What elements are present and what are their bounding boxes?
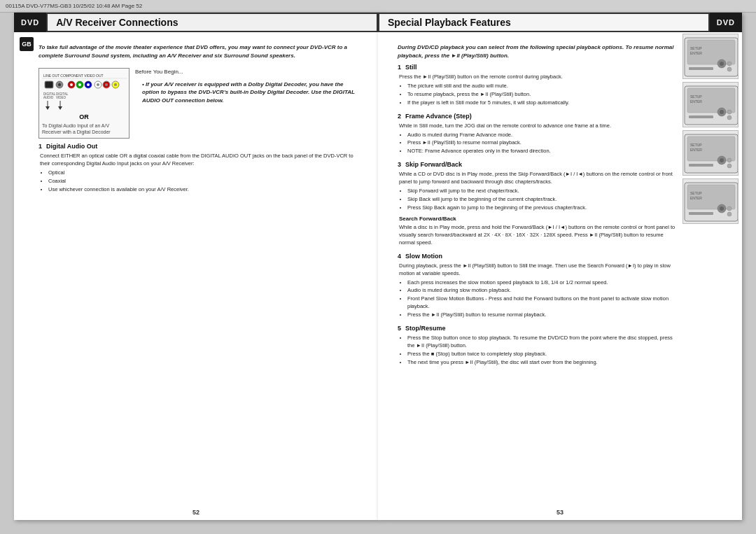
right-section-1-bullets: The picture will still and the audio wil… [399, 83, 676, 107]
svg-point-15 [105, 83, 108, 86]
device-svg-4: SETUP ENTER [683, 179, 738, 224]
s4b2: Audio is muted during slow motion playba… [407, 287, 676, 295]
right-intro: During DVD/CD playback you can select fr… [398, 43, 676, 59]
svg-point-49 [727, 158, 732, 162]
svg-rect-3 [46, 82, 52, 87]
svg-text:SETUP: SETUP [690, 143, 702, 147]
bullet-note: • If your A/V receiver is equipped with … [135, 80, 357, 105]
svg-point-32 [727, 67, 732, 71]
right-section-2-body: While in Still mode, turn the JOG dial o… [399, 122, 676, 156]
right-dvd-badge: DVD [710, 13, 742, 32]
section-1: 1 Digital Audio Out Connect EITHER an op… [38, 143, 357, 193]
right-section-1-number: 1 [398, 64, 401, 71]
before-text: Before You Begin... [135, 68, 357, 76]
device-image-4: SETUP ENTER [682, 178, 738, 224]
s3b1: Skip Forward will jump to the next chapt… [407, 188, 676, 195]
s2b3: NOTE: Frame Advance operates only in the… [407, 148, 676, 155]
right-section-5-bullets: Press the Stop button once to stop playb… [399, 335, 676, 367]
left-page-number: 52 [192, 509, 200, 516]
right-section-1: 1 Still Press the ►II (Play/Still) butto… [398, 64, 676, 107]
section-1-number: 1 [38, 143, 42, 150]
right-section-2-title: Frame Advance (Step) [405, 113, 472, 120]
left-gb-badge: GB [20, 37, 34, 51]
diagram-box: LINE OUT COMPONENT VIDEO OUT [38, 68, 130, 139]
svg-point-50 [727, 164, 732, 168]
svg-point-58 [727, 206, 732, 211]
bullet-whichever: Use whichever connection is available on… [48, 186, 357, 194]
intro-text: To take full advantage of the movie thea… [38, 43, 357, 59]
right-title-bar: Special Playback Features DVD [378, 13, 742, 32]
svg-point-5 [58, 83, 61, 86]
top-bar-text: 00115A DVD-V77MS-GB3 10/25/02 10:48 AM P… [6, 3, 142, 9]
device-image-2: SETUP ENTER [682, 82, 738, 127]
right-section-1-header: 1 Still [398, 64, 676, 72]
before-section: Before You Begin... • If your A/V receiv… [135, 68, 357, 108]
search-subsection-body: While a disc is in Play mode, press and … [399, 224, 676, 247]
left-dvd-badge: DVD [14, 13, 46, 32]
s1b2: To resume playback, press the ►II (Play/… [407, 91, 676, 99]
section-1-bullets: Optical Coaxial Use whichever connection… [40, 169, 357, 194]
diagram-caption: To Digital Audio Input of an A/V Receive… [42, 122, 126, 135]
section-1-body: Connect EITHER an optical cable OR a dig… [40, 153, 357, 193]
section-1-title: Digital Audio Out [46, 143, 97, 150]
s1b3: If the player is left in Still mode for … [407, 99, 676, 107]
svg-text:ENTER: ENTER [690, 148, 702, 152]
diagram-area: To take full advantage of the movie thea… [38, 43, 357, 64]
svg-point-59 [727, 212, 732, 216]
right-section-2-bullets: Audio is muted during Frame Advance mode… [399, 132, 676, 156]
s4b4: Press the ►II (Play/Still) button to res… [407, 311, 676, 319]
section-1-header: 1 Digital Audio Out [38, 143, 357, 151]
svg-point-9 [78, 83, 81, 86]
right-section-5: 5 Stop/Resume Press the Stop button once… [398, 325, 676, 367]
svg-text:ENTER: ENTER [690, 196, 702, 200]
connector-svg: LINE OUT COMPONENT VIDEO OUT [42, 71, 127, 110]
svg-rect-48 [689, 164, 713, 167]
right-section-2-number: 2 [398, 113, 401, 120]
right-section-4-number: 4 [398, 253, 401, 260]
left-page-content: To take full advantage of the movie thea… [14, 38, 378, 205]
svg-point-47 [720, 158, 724, 162]
s4b3: Front Panel Slow Motion Buttons - Press … [407, 295, 676, 311]
svg-point-38 [720, 110, 724, 114]
top-bar: 00115A DVD-V77MS-GB3 10/25/02 10:48 AM P… [0, 0, 756, 13]
s5b1: Press the Stop button once to stop playb… [407, 335, 676, 350]
left-title-bar: DVD A/V Receiver Connections [14, 13, 378, 32]
svg-point-31 [727, 62, 732, 66]
svg-rect-30 [689, 67, 713, 70]
svg-text:LINE OUT  COMPONENT VIDEO OUT: LINE OUT COMPONENT VIDEO OUT [43, 73, 104, 78]
device-svg-2: SETUP ENTER [683, 83, 738, 127]
svg-text:VIDEO: VIDEO [56, 96, 66, 99]
right-section-5-title: Stop/Resume [405, 325, 446, 332]
svg-text:ENTER: ENTER [690, 99, 702, 104]
right-device-images: SETUP ENTER SETUP ENTER [682, 34, 742, 224]
bullet-coaxial: Coaxial [48, 178, 357, 185]
right-section-3-header: 3 Skip Forward/Back [398, 161, 676, 169]
right-section-5-body: Press the Stop button once to stop playb… [399, 335, 676, 367]
svg-point-56 [720, 206, 724, 211]
right-section-2: 2 Frame Advance (Step) While in Still mo… [398, 113, 676, 156]
right-page-number: 53 [556, 509, 564, 516]
device-image-1: SETUP ENTER [682, 34, 738, 79]
right-section-3-body: While a CD or DVD disc is in Play mode, … [399, 171, 676, 247]
svg-point-13 [97, 83, 99, 86]
right-section-4-body: During playback, press the ►II (Play/Sti… [399, 262, 676, 319]
right-section-3-title: Skip Forward/Back [405, 161, 462, 168]
svg-text:SETUP: SETUP [690, 94, 702, 99]
svg-point-11 [87, 83, 90, 86]
right-section-1-title: Still [405, 64, 417, 71]
svg-point-41 [727, 115, 732, 120]
right-section-1-body: Press the ►II (Play/Still) button on the… [399, 73, 676, 107]
svg-marker-23 [46, 106, 50, 110]
or-divider: OR [42, 113, 126, 120]
right-section-4: 4 Slow Motion During playback, press the… [398, 253, 676, 319]
connector-diagram: LINE OUT COMPONENT VIDEO OUT [38, 68, 130, 139]
device-svg-3: SETUP ENTER [683, 131, 738, 176]
left-page-title: A/V Receiver Connections [46, 13, 378, 32]
right-section-4-title: Slow Motion [405, 253, 442, 260]
s4b1: Each press increases the slow motion spe… [407, 279, 676, 287]
left-page: DVD A/V Receiver Connections GB To take … [14, 13, 378, 520]
right-section-5-header: 5 Stop/Resume [398, 325, 676, 333]
s2b2: Press ►II (Play/Still) to resume normal … [407, 139, 676, 147]
svg-point-40 [727, 110, 732, 114]
s3b2: Skip Back will jump to the beginning of … [407, 196, 676, 204]
